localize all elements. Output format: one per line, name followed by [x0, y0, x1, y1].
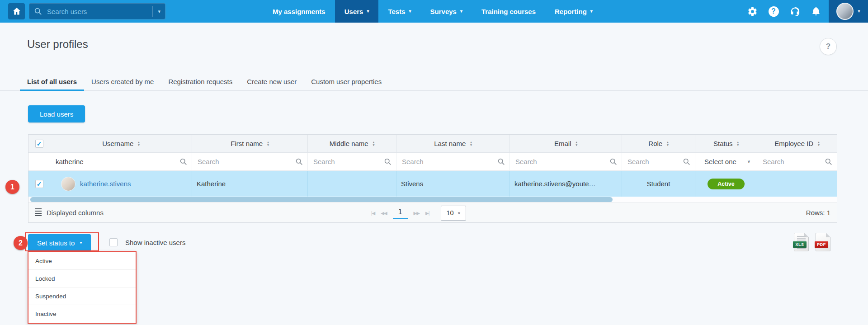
app-root: ▾ My assignments Users▾ Tests▾ Surveys▾ …: [0, 0, 868, 325]
search-input[interactable]: [46, 7, 150, 16]
menu-item-inactive[interactable]: Inactive: [28, 305, 136, 323]
column-label: Status: [713, 140, 733, 147]
username-link[interactable]: katherine.stivens: [80, 180, 131, 188]
filter-first-name-input[interactable]: [192, 153, 307, 170]
menu-item-locked[interactable]: Locked: [28, 270, 136, 287]
column-header-username[interactable]: Username▴▾: [50, 135, 192, 153]
select-all-cell: ✓: [28, 135, 50, 153]
settings-button[interactable]: [747, 6, 758, 17]
column-header-middle-name[interactable]: Middle name▴▾: [308, 135, 396, 153]
row-email: katherine.stivens@youte…: [510, 171, 622, 197]
sort-icon[interactable]: ▴▾: [470, 141, 472, 146]
main-nav: My assignments Users▾ Tests▾ Surveys▾ Tr…: [263, 0, 602, 23]
sort-icon[interactable]: ▴▾: [818, 141, 820, 146]
search-icon: [609, 158, 617, 165]
row-middle-name: [308, 171, 396, 197]
filter-email-input[interactable]: [510, 153, 622, 170]
sort-icon[interactable]: ▴▾: [576, 141, 578, 146]
column-header-first-name[interactable]: First name▴▾: [192, 135, 308, 153]
set-status-button[interactable]: Set status to ▾: [28, 234, 91, 251]
search-icon: [384, 158, 392, 165]
nav-my-assignments[interactable]: My assignments: [263, 0, 335, 23]
search-icon: [497, 158, 505, 165]
row-employee-id: [757, 171, 837, 197]
menu-item-suspended[interactable]: Suspended: [28, 287, 136, 305]
nav-tests[interactable]: Tests▾: [378, 0, 420, 23]
page-size-select[interactable]: 10 ∨: [441, 206, 466, 221]
paginator: |◀ ◀◀ 1 ▶▶ ▶| 10 ∨: [371, 203, 466, 223]
export-pdf-button[interactable]: PDF: [816, 233, 830, 251]
column-header-last-name[interactable]: Last name▴▾: [396, 135, 510, 153]
user-row[interactable]: ✓ katherine.stivens Katherine Stivens ka…: [28, 171, 837, 197]
search-icon: [34, 7, 42, 15]
sort-icon[interactable]: ▴▾: [737, 141, 739, 146]
columns-icon: [35, 211, 42, 212]
nav-training-courses[interactable]: Training courses: [472, 0, 545, 23]
tab-registration-requests[interactable]: Registration requests: [161, 74, 240, 91]
first-page-button[interactable]: |◀: [371, 211, 375, 216]
show-inactive-checkbox[interactable]: [109, 238, 118, 246]
users-table: ✓ Username▴▾ First name▴▾ Middle name▴▾ …: [28, 134, 837, 223]
column-header-role[interactable]: Role▴▾: [622, 135, 695, 153]
load-users-button[interactable]: Load users: [28, 105, 85, 122]
tab-create-new-user[interactable]: Create new user: [240, 74, 304, 91]
horizontal-scrollbar[interactable]: [28, 197, 837, 203]
home-icon: [12, 7, 21, 16]
filter-first-name-cell: [192, 153, 308, 171]
column-header-status[interactable]: Status▴▾: [695, 135, 757, 153]
filter-empty-cell: [28, 153, 50, 171]
filter-last-name-input[interactable]: [396, 153, 509, 170]
nav-label: Reporting: [555, 8, 587, 15]
notifications-button[interactable]: [811, 6, 821, 17]
row-checkbox[interactable]: ✓: [35, 180, 43, 188]
table-filter-row: Select one ∨: [28, 153, 837, 171]
sort-icon[interactable]: ▴▾: [138, 141, 140, 146]
chevron-down-icon: ▾: [409, 9, 411, 14]
menu-item-active[interactable]: Active: [28, 252, 136, 270]
chevron-down-icon[interactable]: ▾: [158, 9, 160, 14]
tab-custom-user-properties[interactable]: Custom user properties: [304, 74, 389, 91]
search-icon: [179, 158, 187, 165]
current-page[interactable]: 1: [393, 207, 408, 219]
divider: [152, 6, 153, 17]
tab-list-of-all-users[interactable]: List of all users: [20, 74, 84, 91]
filter-status-select[interactable]: Select one ∨: [695, 153, 757, 171]
column-header-employee-id[interactable]: Employee ID▴▾: [757, 135, 837, 153]
next-page-button[interactable]: ▶▶: [414, 211, 420, 216]
select-all-checkbox[interactable]: ✓: [35, 140, 43, 148]
check-icon: ✓: [37, 141, 42, 147]
table-footer: Displayed columns |◀ ◀◀ 1 ▶▶ ▶| 10 ∨ Row…: [28, 203, 837, 222]
chevron-down-icon: ▾: [460, 9, 462, 14]
spreadsheet-grid: [797, 248, 806, 250]
annotation-step-2: 2: [14, 236, 28, 250]
nav-reporting[interactable]: Reporting▾: [545, 0, 602, 23]
tab-users-created-by-me[interactable]: Users created by me: [84, 74, 161, 91]
prev-page-button[interactable]: ◀◀: [381, 211, 387, 216]
sort-icon[interactable]: ▴▾: [267, 141, 269, 146]
filter-middle-name-input[interactable]: [308, 153, 396, 170]
nav-surveys[interactable]: Surveys▾: [421, 0, 472, 23]
navbar-icons: ?: [747, 0, 829, 23]
row-username-cell: katherine.stivens: [50, 171, 192, 197]
support-button[interactable]: [789, 6, 800, 17]
column-label: Middle name: [330, 140, 368, 147]
scrollbar-thumb[interactable]: [30, 197, 613, 202]
filter-username-input[interactable]: [50, 153, 192, 170]
home-button[interactable]: [8, 3, 25, 19]
displayed-columns-button[interactable]: Displayed columns: [28, 209, 104, 217]
row-last-name: Stivens: [396, 171, 510, 197]
nav-label: Tests: [388, 8, 405, 15]
filter-middle-name-cell: [308, 153, 396, 171]
help-button[interactable]: ?: [820, 38, 837, 55]
sort-icon[interactable]: ▴▾: [373, 141, 375, 146]
help-nav-button[interactable]: ?: [768, 6, 779, 17]
filter-employee-id-cell: [757, 153, 837, 171]
row-select-cell: ✓: [28, 171, 50, 197]
page-controls: |◀ ◀◀ 1 ▶▶ ▶|: [371, 207, 429, 219]
export-xls-button[interactable]: XLS: [794, 233, 809, 251]
last-page-button[interactable]: ▶|: [425, 211, 429, 216]
column-header-email[interactable]: Email▴▾: [510, 135, 622, 153]
profile-menu[interactable]: ▾: [829, 0, 868, 23]
nav-users[interactable]: Users▾: [335, 0, 379, 23]
sort-icon[interactable]: ▴▾: [667, 141, 669, 146]
